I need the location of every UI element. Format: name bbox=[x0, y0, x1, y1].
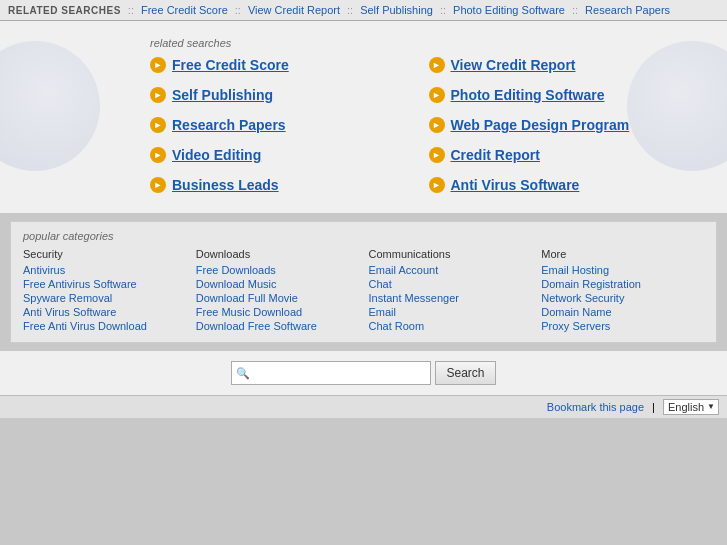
category-downloads-title: Downloads bbox=[196, 248, 359, 260]
related-searches-heading: related searches bbox=[0, 31, 727, 57]
sep1: :: bbox=[128, 4, 134, 16]
arrow-icon: ► bbox=[429, 177, 445, 193]
popular-categories-heading: popular categories bbox=[23, 230, 704, 242]
link-credit-report[interactable]: Credit Report bbox=[451, 147, 540, 163]
downloads-link-3[interactable]: Free Music Download bbox=[196, 306, 359, 318]
search-bar: 🔍 Search bbox=[0, 351, 727, 395]
link-self-publishing[interactable]: Self Publishing bbox=[172, 87, 273, 103]
bottom-bar: Bookmark this page | English ▼ bbox=[0, 395, 727, 418]
search-wrapper: 🔍 bbox=[231, 361, 431, 385]
category-security: Security Antivirus Free Antivirus Softwa… bbox=[23, 248, 186, 334]
link-free-credit-score[interactable]: Free Credit Score bbox=[172, 57, 289, 73]
topbar-link-0[interactable]: Free Credit Score bbox=[141, 4, 228, 16]
arrow-icon: ► bbox=[150, 87, 166, 103]
link-video-editing[interactable]: Video Editing bbox=[172, 147, 261, 163]
search-button[interactable]: Search bbox=[435, 361, 495, 385]
link-photo-editing[interactable]: Photo Editing Software bbox=[451, 87, 605, 103]
more-link-3[interactable]: Domain Name bbox=[541, 306, 704, 318]
link-item-business-leads: ► Business Leads bbox=[150, 177, 429, 193]
topbar-link-2[interactable]: Self Publishing bbox=[360, 4, 433, 16]
arrow-icon: ► bbox=[429, 57, 445, 73]
category-more-title: More bbox=[541, 248, 704, 260]
language-label: English bbox=[668, 401, 704, 413]
link-view-credit-report[interactable]: View Credit Report bbox=[451, 57, 576, 73]
more-link-1[interactable]: Domain Registration bbox=[541, 278, 704, 290]
comms-link-2[interactable]: Instant Messenger bbox=[369, 292, 532, 304]
link-web-page-design[interactable]: Web Page Design Program bbox=[451, 117, 630, 133]
language-selector[interactable]: English ▼ bbox=[663, 399, 719, 415]
category-communications-title: Communications bbox=[369, 248, 532, 260]
top-bar: RELATED SEARCHES :: Free Credit Score ::… bbox=[0, 0, 727, 21]
category-security-title: Security bbox=[23, 248, 186, 260]
comms-link-1[interactable]: Chat bbox=[369, 278, 532, 290]
downloads-link-1[interactable]: Download Music bbox=[196, 278, 359, 290]
categories-grid: Security Antivirus Free Antivirus Softwa… bbox=[23, 248, 704, 334]
security-link-0[interactable]: Antivirus bbox=[23, 264, 186, 276]
security-link-4[interactable]: Free Anti Virus Download bbox=[23, 320, 186, 332]
more-link-0[interactable]: Email Hosting bbox=[541, 264, 704, 276]
category-downloads: Downloads Free Downloads Download Music … bbox=[196, 248, 359, 334]
arrow-icon: ► bbox=[429, 147, 445, 163]
search-input[interactable] bbox=[231, 361, 431, 385]
arrow-icon: ► bbox=[429, 117, 445, 133]
bookmark-link[interactable]: Bookmark this page bbox=[547, 401, 644, 413]
comms-link-4[interactable]: Chat Room bbox=[369, 320, 532, 332]
popular-section: popular categories Security Antivirus Fr… bbox=[10, 221, 717, 343]
topbar-link-1[interactable]: View Credit Report bbox=[248, 4, 340, 16]
category-communications: Communications Email Account Chat Instan… bbox=[369, 248, 532, 334]
link-business-leads[interactable]: Business Leads bbox=[172, 177, 279, 193]
arrow-icon: ► bbox=[150, 57, 166, 73]
link-research-papers[interactable]: Research Papers bbox=[172, 117, 286, 133]
link-item-free-credit-score: ► Free Credit Score bbox=[150, 57, 429, 73]
links-grid: ► Free Credit Score ► View Credit Report… bbox=[0, 57, 727, 203]
downloads-link-2[interactable]: Download Full Movie bbox=[196, 292, 359, 304]
comms-link-0[interactable]: Email Account bbox=[369, 264, 532, 276]
arrow-icon: ► bbox=[150, 117, 166, 133]
chevron-down-icon: ▼ bbox=[707, 402, 715, 411]
downloads-link-4[interactable]: Download Free Software bbox=[196, 320, 359, 332]
arrow-icon: ► bbox=[429, 87, 445, 103]
security-link-1[interactable]: Free Antivirus Software bbox=[23, 278, 186, 290]
arrow-icon: ► bbox=[150, 147, 166, 163]
security-link-2[interactable]: Spyware Removal bbox=[23, 292, 186, 304]
more-link-4[interactable]: Proxy Servers bbox=[541, 320, 704, 332]
link-antivirus-software[interactable]: Anti Virus Software bbox=[451, 177, 580, 193]
topbar-link-3[interactable]: Photo Editing Software bbox=[453, 4, 565, 16]
link-item-research-papers: ► Research Papers bbox=[150, 117, 429, 133]
separator: | bbox=[652, 401, 655, 413]
related-searches-label: RELATED SEARCHES bbox=[8, 5, 121, 16]
link-item-video-editing: ► Video Editing bbox=[150, 147, 429, 163]
link-item-self-publishing: ► Self Publishing bbox=[150, 87, 429, 103]
link-item-antivirus-software: ► Anti Virus Software bbox=[429, 177, 708, 193]
topbar-link-4[interactable]: Research Papers bbox=[585, 4, 670, 16]
comms-link-3[interactable]: Email bbox=[369, 306, 532, 318]
more-link-2[interactable]: Network Security bbox=[541, 292, 704, 304]
security-link-3[interactable]: Anti Virus Software bbox=[23, 306, 186, 318]
arrow-icon: ► bbox=[150, 177, 166, 193]
category-more: More Email Hosting Domain Registration N… bbox=[541, 248, 704, 334]
main-content: related searches ► Free Credit Score ► V… bbox=[0, 21, 727, 213]
downloads-link-0[interactable]: Free Downloads bbox=[196, 264, 359, 276]
